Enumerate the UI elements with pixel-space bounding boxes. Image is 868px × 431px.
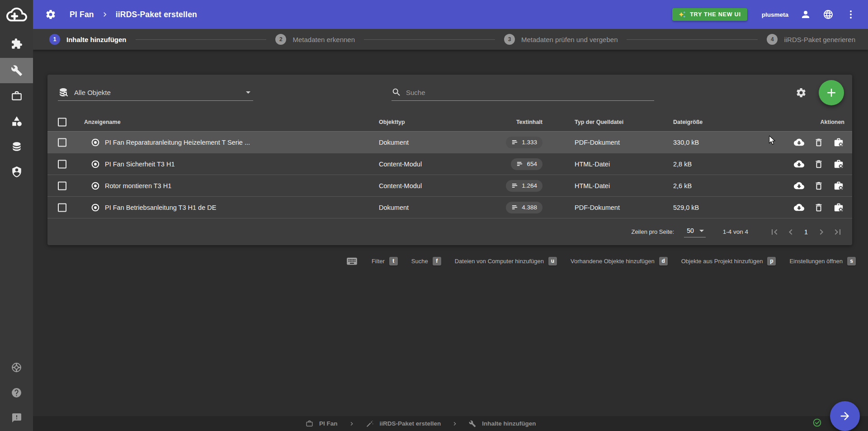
shortcut-filter: Filtert [372, 257, 398, 265]
sidebar-item-objects[interactable] [0, 109, 33, 134]
bottom-breadcrumb: PI Fan iiRDS-Paket erstellen Inhalte hin… [306, 416, 536, 431]
project-settings-gear-icon[interactable] [45, 9, 56, 20]
eye-preview-icon[interactable] [90, 203, 100, 213]
delete-trash-icon[interactable] [813, 180, 825, 192]
try-new-ui-button[interactable]: TRY THE NEW UI [672, 8, 747, 21]
delete-trash-icon[interactable] [813, 158, 825, 170]
chevron-right-icon [100, 10, 109, 19]
download-cloud-icon[interactable] [793, 137, 805, 148]
object-type: Dokument [379, 139, 409, 146]
chevron-down-icon [699, 230, 704, 232]
shortcut-settings: Einstellungen öffnens [789, 257, 856, 265]
briefcase-remove-icon[interactable] [833, 137, 844, 148]
sidebar-item-help[interactable] [0, 380, 33, 405]
briefcase-remove-icon[interactable] [833, 202, 844, 213]
shield-account-icon [11, 166, 23, 178]
database-icon [11, 141, 23, 152]
download-cloud-icon[interactable] [793, 158, 805, 170]
briefcase-icon [11, 90, 23, 102]
sidebar-item-workflow-active[interactable] [0, 58, 33, 83]
step-3: 3 Metadaten prüfen und vergeben [504, 34, 618, 45]
step-1-label: Inhalte hinzufügen [66, 36, 127, 43]
source-file-type: HTML-Datei [575, 161, 610, 168]
object-filter-select[interactable]: Alle Objekte [58, 84, 253, 101]
sidebar-item-extensions[interactable] [0, 31, 33, 57]
step-4-circle: 4 [767, 34, 778, 45]
text-content-chip: 4.388 [506, 202, 542, 213]
header-aktionen: Aktionen [821, 119, 844, 125]
row-checkbox[interactable] [58, 203, 66, 212]
arrow-right-icon [839, 410, 851, 422]
select-all-checkbox[interactable] [58, 118, 66, 127]
header-anzeigename[interactable]: Anzeigename [84, 119, 121, 125]
download-cloud-icon[interactable] [793, 202, 805, 213]
next-step-fab[interactable] [830, 401, 860, 431]
sidebar-item-support[interactable] [0, 355, 33, 380]
validation-check-icon [812, 418, 822, 427]
breadcrumb-workflow: iiRDS-Paket erstellen [116, 10, 197, 19]
next-page-icon[interactable] [815, 226, 828, 238]
step-3-label: Metadaten prüfen und vergeben [521, 36, 618, 43]
add-object-fab[interactable] [819, 80, 844, 105]
shortcut-project-objects: Objekte aus Projekt hinzufügenp [681, 257, 776, 265]
download-cloud-icon[interactable] [793, 180, 805, 192]
header-dateigroesse[interactable]: Dateigröße [673, 119, 703, 125]
briefcase-remove-icon[interactable] [833, 158, 844, 170]
header-quelldatei-typ[interactable]: Typ der Quelldatei [575, 119, 623, 125]
eye-preview-icon[interactable] [90, 159, 100, 169]
puzzle-icon [11, 38, 23, 50]
file-size: 330,0 kB [673, 139, 699, 146]
text-lines-icon [511, 182, 518, 189]
pagination-range: 1-4 von 4 [723, 228, 748, 235]
first-page-icon[interactable] [768, 226, 781, 238]
rows-per-page-select[interactable]: 50 [684, 226, 706, 237]
bottom-crumb-project[interactable]: PI Fan [319, 420, 338, 427]
breadcrumb-project[interactable]: PI Fan [70, 10, 94, 19]
prev-page-icon[interactable] [784, 226, 797, 238]
key-chip: u [548, 257, 557, 265]
row-checkbox[interactable] [58, 160, 66, 168]
last-page-icon[interactable] [831, 226, 844, 238]
sidebar-item-projects[interactable] [0, 83, 33, 109]
row-checkbox[interactable] [58, 138, 66, 147]
globe-language-icon[interactable] [823, 9, 834, 20]
table-header: Anzeigename Objekttyp Textinhalt Typ der… [47, 113, 852, 131]
account-icon[interactable] [800, 9, 811, 20]
briefcase-remove-icon[interactable] [833, 180, 844, 192]
keyboard-icon[interactable] [346, 255, 358, 267]
appbar-breadcrumb: PI Fan iiRDS-Paket erstellen [70, 10, 197, 19]
table-row[interactable]: PI Fan Sicherheit T3 H1 Content-Modul 65… [47, 153, 852, 175]
table-row[interactable]: PI Fan Betriebsanleitung T3 H1 de DE Dok… [47, 196, 852, 218]
sidebar-item-admin[interactable] [0, 159, 33, 185]
sidebar-item-feedback[interactable] [0, 405, 33, 431]
step-2: 2 Metadaten erkennen [275, 34, 355, 45]
bottom-crumb-step[interactable]: Inhalte hinzufügen [482, 420, 536, 427]
object-name: Rotor montieren T3 H1 [105, 182, 171, 189]
row-checkbox[interactable] [58, 181, 66, 190]
object-filter-value: Alle Objekte [74, 89, 111, 96]
current-page[interactable]: 1 [801, 228, 811, 236]
text-content-chip: 1.333 [506, 137, 542, 148]
search-input[interactable] [406, 89, 654, 96]
delete-trash-icon[interactable] [813, 137, 825, 148]
table-settings-gear-icon[interactable] [796, 87, 807, 98]
header-objekttyp[interactable]: Objekttyp [379, 119, 405, 125]
sidebar-item-data[interactable] [0, 134, 33, 159]
source-file-type: PDF-Dokument [575, 139, 620, 146]
delete-trash-icon[interactable] [813, 202, 825, 213]
eye-preview-icon[interactable] [90, 181, 100, 191]
bottom-crumb-workflow[interactable]: iiRDS-Paket erstellen [380, 420, 441, 427]
plusmeta-cloud-logo-icon[interactable] [0, 3, 33, 26]
eye-preview-icon[interactable] [90, 137, 100, 147]
briefcase-icon [306, 420, 313, 427]
chevron-right-icon [348, 420, 355, 427]
kebab-menu-icon[interactable] [845, 9, 856, 20]
step-3-circle: 3 [504, 34, 515, 45]
header-textinhalt[interactable]: Textinhalt [475, 119, 542, 125]
text-content-chip: 654 [511, 158, 542, 170]
table-row[interactable]: PI Fan Reparaturanleitung Heizelement T … [47, 131, 852, 153]
step-2-label: Metadaten erkennen [292, 36, 355, 43]
brand-name: plusmeta [762, 11, 788, 18]
table-row[interactable]: Rotor montieren T3 H1 Content-Modul 1.26… [47, 175, 852, 196]
try-new-ui-label: TRY THE NEW UI [690, 11, 741, 18]
